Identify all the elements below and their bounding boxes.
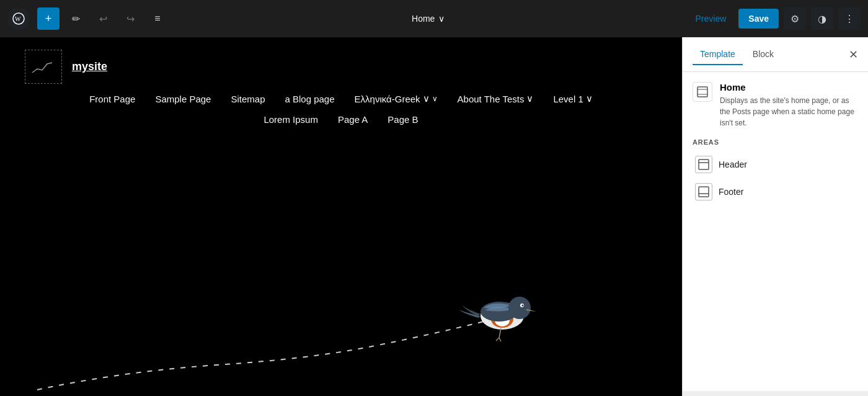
main-area: mysite Front Page Sample Page Sitemap a … (0, 37, 868, 396)
svg-point-9 (523, 305, 523, 305)
svg-line-11 (496, 338, 499, 341)
toolbar: W + ✏ ↩ ↪ ≡ Home ∨ Preview Save ⚙ ◑ ⋮ (0, 0, 868, 37)
home-title: Home (720, 82, 858, 92)
nav-item-page-a[interactable]: Page A (338, 114, 368, 125)
wp-logo[interactable]: W (7, 7, 30, 30)
svg-line-10 (499, 328, 501, 338)
chevron-greek-icon: ∨ (423, 93, 430, 104)
toolbar-right: Preview Save ⚙ ◑ ⋮ (688, 7, 861, 30)
svg-point-6 (508, 297, 531, 319)
svg-text:W: W (15, 16, 21, 22)
panel-close-button[interactable]: ✕ (849, 48, 858, 61)
nav-item-page-b[interactable]: Page B (388, 114, 418, 125)
chevron-about-icon: ∨ (526, 93, 533, 104)
nav-item-level1[interactable]: Level 1 ∨ (553, 93, 592, 104)
undo-button[interactable]: ↩ (92, 7, 114, 30)
site-logo-box (25, 50, 62, 84)
redo-button[interactable]: ↪ (119, 7, 141, 30)
footer-area-label: Footer (719, 187, 743, 197)
save-button[interactable]: Save (738, 9, 779, 29)
home-template-icon (693, 82, 712, 102)
svg-rect-13 (698, 87, 707, 97)
panel-content: Home Displays as the site's home page, o… (683, 72, 868, 391)
home-section: Home Displays as the site's home page, o… (693, 82, 858, 128)
nav-row-1: Front Page Sample Page Sitemap a Blog pa… (89, 93, 593, 104)
svg-point-8 (522, 305, 524, 307)
nav-row-2: Lorem Ipsum Page A Page B (264, 114, 418, 125)
toolbar-center: Home ∨ (174, 10, 683, 27)
nav-item-sitemap[interactable]: Sitemap (231, 94, 265, 104)
areas-label: AREAS (693, 138, 858, 146)
tab-template[interactable]: Template (693, 44, 743, 65)
edit-mode-button[interactable]: ✏ (64, 7, 87, 30)
site-navigation: Front Page Sample Page Sitemap a Blog pa… (0, 93, 682, 125)
header-area-label: Header (719, 160, 747, 169)
chevron-down-icon: ∨ (438, 14, 445, 24)
site-header: mysite (25, 50, 107, 84)
home-description: Displays as the site's home page, or as … (720, 95, 858, 128)
bird-image (453, 276, 546, 346)
contrast-button[interactable]: ◑ (811, 7, 833, 30)
nav-item-sample-page[interactable]: Sample Page (155, 94, 211, 104)
list-view-button[interactable]: ≡ (146, 7, 169, 30)
preview-button[interactable]: Preview (688, 10, 734, 27)
nav-item-about-tests[interactable]: About The Tests ∨ (458, 93, 534, 104)
header-area-icon (695, 156, 712, 173)
svg-rect-18 (699, 187, 709, 197)
area-item-header[interactable]: Header (693, 151, 858, 178)
nav-item-front-page[interactable]: Front Page (89, 94, 135, 104)
page-title-button[interactable]: Home ∨ (404, 10, 452, 27)
dashed-path (0, 272, 682, 396)
nav-item-greek[interactable]: Ελληνικά-Greek ∨ (355, 93, 438, 104)
right-panel: Template Block ✕ Home Displays as the si… (682, 37, 868, 396)
footer-area-icon (695, 183, 712, 200)
settings-button[interactable]: ⚙ (784, 7, 806, 30)
more-options-button[interactable]: ⋮ (838, 7, 861, 30)
nav-item-blog-page[interactable]: a Blog page (285, 94, 334, 104)
page-title-label: Home (412, 14, 435, 24)
home-info: Home Displays as the site's home page, o… (720, 82, 858, 128)
chevron-level1-icon: ∨ (586, 93, 593, 104)
panel-scrollbar[interactable] (683, 391, 868, 396)
panel-tabs: Template Block ✕ (683, 37, 868, 72)
svg-rect-16 (699, 160, 709, 169)
area-item-footer[interactable]: Footer (693, 178, 858, 205)
svg-line-12 (499, 338, 501, 341)
canvas[interactable]: mysite Front Page Sample Page Sitemap a … (0, 37, 682, 396)
tab-block[interactable]: Block (745, 44, 781, 65)
nav-item-lorem-ipsum[interactable]: Lorem Ipsum (264, 114, 318, 125)
add-block-button[interactable]: + (37, 7, 60, 30)
bird-svg (453, 276, 546, 344)
site-name: mysite (72, 60, 107, 73)
